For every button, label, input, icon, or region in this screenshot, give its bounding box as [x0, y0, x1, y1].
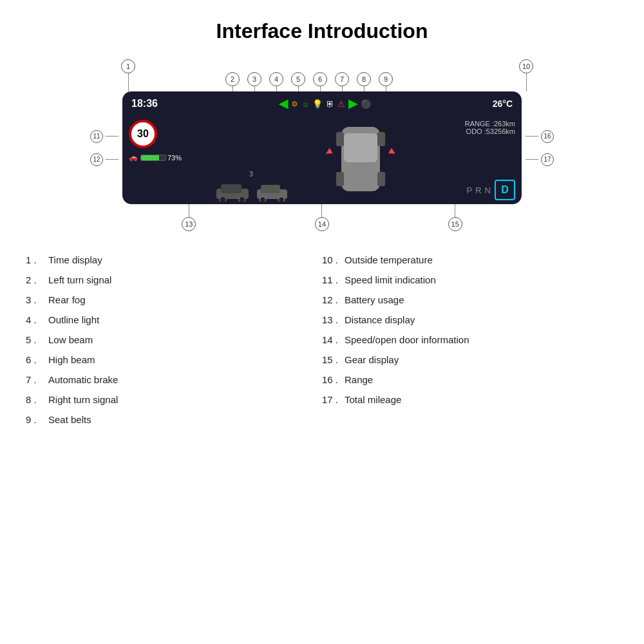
dash-right: RANGE :263km ODO :53256km P R N D — [425, 118, 515, 202]
legend-text: Gear display — [345, 353, 399, 366]
legend-item: 1 .Time display — [26, 251, 322, 269]
legend-num: 17 . — [322, 393, 345, 406]
legend-text: Speed/open door information — [345, 333, 469, 346]
speed-limit-sign: 30 — [129, 120, 157, 148]
dash-cars: 3 — [206, 118, 296, 202]
page-title: Interface Introduction — [216, 19, 428, 43]
legend-num: 4 . — [26, 313, 48, 327]
outline-light-icon: ☼ — [301, 99, 309, 109]
callout-1: 1 — [121, 59, 135, 73]
legend-text: Outside temperature — [345, 253, 433, 267]
legend-item: 10 .Outside temperature — [322, 251, 618, 269]
svg-rect-11 — [377, 132, 385, 146]
legend-num: 7 . — [26, 373, 48, 386]
legend-item: 12 .Battery usage — [322, 290, 618, 309]
legend-text: Seat belts — [48, 413, 91, 426]
battery-bar-container — [140, 155, 166, 161]
svg-rect-9 — [344, 133, 377, 162]
svg-point-3 — [239, 196, 245, 202]
top-callout-container: 1 2 3 4 5 — [109, 56, 535, 91]
distance-number: 3 — [249, 171, 253, 178]
legend-item: 2 .Left turn signal — [26, 270, 322, 289]
legend-text: High beam — [48, 353, 95, 366]
seatbelt-icon: ⚫ — [361, 99, 371, 109]
legend-num: 16 . — [322, 373, 345, 386]
bottom-callout-row: 13 14 15 — [122, 204, 522, 231]
callout-16-side: 16 — [526, 130, 554, 143]
callout-13-bottom: 13 — [182, 204, 196, 231]
center-car-wrapper: ◄ ► — [335, 120, 386, 200]
svg-rect-5 — [261, 185, 280, 193]
svg-rect-13 — [377, 172, 385, 186]
legend-num: 5 . — [26, 333, 48, 346]
range-text: RANGE :263km — [465, 120, 515, 128]
legend-item: 13 .Distance display — [322, 310, 618, 329]
legend-item: 11 .Speed limit indication — [322, 270, 618, 289]
gear-box-d: D — [495, 180, 515, 200]
legend-text: Range — [345, 373, 373, 386]
gear-display: P R N D — [467, 180, 515, 200]
dash-center: ◄ ► — [296, 118, 425, 202]
callout-5: 5 — [291, 72, 305, 91]
legend-num: 6 . — [26, 353, 48, 366]
legend-text: Speed limit indication — [345, 273, 436, 287]
door-open-right: ► — [386, 144, 401, 160]
legend-col-left: 1 .Time display2 .Left turn signal3 .Rea… — [26, 251, 322, 429]
dash-time: 18:36 — [131, 98, 158, 109]
callout-12-side: 12 — [90, 153, 118, 166]
left-arrow-icon: ◀ — [279, 97, 288, 111]
legend-item: 7 .Automatic brake — [26, 370, 322, 389]
legend-item: 5 .Low beam — [26, 330, 322, 349]
high-beam-icon: ⛨ — [326, 99, 334, 109]
legend-text: Distance display — [345, 313, 415, 327]
left-callouts: 11 12 — [90, 130, 118, 166]
dash-topbar: 18:36 ◀ ✡ ☼ 💡 ⛨ ⚠ ▶ ⚫ 26°C — [122, 91, 522, 116]
right-callouts: 16 17 — [526, 130, 554, 166]
svg-point-7 — [278, 197, 284, 202]
legend-item: 8 .Right turn signal — [26, 390, 322, 409]
legend-num: 1 . — [26, 253, 48, 267]
callout-3: 3 — [247, 72, 261, 91]
dashboard-screen: 18:36 ◀ ✡ ☼ 💡 ⛨ ⚠ ▶ ⚫ 26°C — [122, 91, 522, 204]
svg-point-2 — [220, 196, 226, 202]
dash-left: 30 🚗 73% — [129, 118, 206, 202]
battery-display: 73% — [140, 154, 182, 162]
legend-text: Automatic brake — [48, 373, 118, 386]
legend-section: 1 .Time display2 .Left turn signal3 .Rea… — [26, 251, 618, 429]
legend-item: 17 .Total mileage — [322, 390, 618, 409]
dash-body: 30 🚗 73% 3 — [122, 116, 522, 204]
door-open-left: ◄ — [321, 144, 336, 160]
car-right-svg — [254, 181, 290, 202]
battery-bar-fill — [141, 155, 159, 160]
callout-9: 9 — [379, 72, 393, 91]
legend-num: 12 . — [322, 293, 345, 307]
odo-text: ODO :53256km — [465, 128, 515, 135]
car-left-svg — [213, 179, 252, 202]
car-row — [213, 179, 290, 202]
legend-item: 3 .Rear fog — [26, 290, 322, 309]
legend-num: 10 . — [322, 253, 345, 267]
svg-rect-1 — [221, 184, 242, 193]
legend-text: Right turn signal — [48, 393, 118, 406]
legend-num: 14 . — [322, 333, 345, 346]
legend-item: 14 .Speed/open door information — [322, 330, 618, 349]
legend-text: Outline light — [48, 313, 99, 327]
gear-n: N — [485, 185, 491, 195]
auto-brake-icon: ⚠ — [337, 99, 345, 109]
legend-num: 13 . — [322, 313, 345, 327]
svg-point-6 — [260, 197, 265, 202]
legend-num: 2 . — [26, 273, 48, 287]
dash-temp: 26°C — [493, 99, 513, 109]
legend-text: Low beam — [48, 333, 93, 346]
legend-item: 9 .Seat belts — [26, 410, 322, 429]
callout-17-side: 17 — [526, 153, 554, 166]
callout-15-bottom: 15 — [448, 204, 462, 231]
legend-num: 15 . — [322, 353, 345, 366]
page-container: Interface Introduction 1 2 3 4 — [0, 0, 644, 644]
rear-fog-icon: ✡ — [291, 99, 298, 109]
range-info: RANGE :263km ODO :53256km — [465, 120, 515, 135]
legend-num: 11 . — [322, 273, 345, 287]
legend-text: Left turn signal — [48, 273, 111, 287]
legend-num: 8 . — [26, 393, 48, 406]
callout-7: 7 — [335, 72, 349, 91]
